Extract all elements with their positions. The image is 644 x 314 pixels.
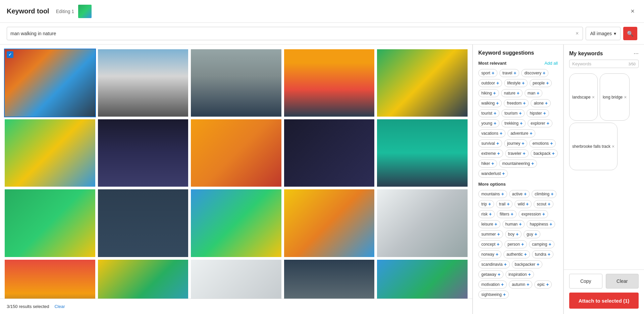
- image-cell[interactable]: [283, 119, 375, 187]
- keyword-tag[interactable]: alone+: [531, 99, 551, 107]
- image-cell[interactable]: [4, 259, 96, 299]
- search-button[interactable]: 🔍: [623, 27, 637, 40]
- close-button[interactable]: ×: [628, 6, 637, 16]
- image-cell[interactable]: [4, 49, 96, 117]
- keyword-tag[interactable]: summer+: [478, 230, 503, 238]
- keyword-tag[interactable]: climbing+: [532, 190, 556, 198]
- keyword-tag[interactable]: discovery+: [521, 69, 548, 77]
- image-cell[interactable]: [283, 189, 375, 257]
- keyword-tag[interactable]: norway+: [478, 250, 501, 258]
- remove-tag-icon[interactable]: ×: [592, 95, 595, 100]
- attach-button[interactable]: Attach to selected (1): [569, 293, 639, 309]
- clear-button[interactable]: Clear: [606, 274, 639, 289]
- image-cell[interactable]: [97, 189, 189, 257]
- keyword-tag[interactable]: getaway+: [478, 270, 503, 278]
- keyword-tag[interactable]: lifestyle+: [504, 79, 528, 87]
- keyword-tag[interactable]: emotions+: [529, 139, 556, 147]
- keyword-tag[interactable]: traveler+: [505, 149, 529, 158]
- keyword-tag[interactable]: scout+: [534, 200, 553, 208]
- image-cell[interactable]: [376, 119, 468, 187]
- image-cell[interactable]: [190, 49, 282, 117]
- image-cell[interactable]: [283, 49, 375, 117]
- remove-tag-icon[interactable]: ×: [624, 95, 627, 100]
- keyword-tag[interactable]: motivation+: [478, 280, 507, 289]
- selection-clear-button[interactable]: Clear: [54, 304, 65, 309]
- keyword-tag[interactable]: human+: [502, 220, 525, 228]
- keyword-tag[interactable]: hiking+: [478, 89, 499, 97]
- keyword-tag[interactable]: risk+: [478, 210, 495, 218]
- keyword-tag[interactable]: explorer+: [528, 119, 552, 127]
- keywords-panel-scroll[interactable]: Most relevant Add all sport+travel+disco…: [473, 59, 563, 314]
- keyword-tag[interactable]: sport+: [478, 69, 497, 77]
- add-tag-icon: +: [552, 151, 554, 156]
- keyword-tag[interactable]: scandinavia+: [478, 260, 510, 268]
- keyword-tag[interactable]: leisure+: [478, 220, 500, 228]
- keyword-tag[interactable]: boy+: [505, 230, 522, 238]
- image-cell[interactable]: [97, 49, 189, 117]
- keyword-tag[interactable]: outdoor+: [478, 79, 502, 87]
- copy-button[interactable]: Copy: [569, 274, 602, 289]
- keyword-tag[interactable]: survival+: [478, 139, 502, 147]
- image-cell[interactable]: [190, 259, 282, 299]
- keyword-tag[interactable]: wild+: [515, 200, 532, 208]
- search-clear-button[interactable]: ×: [575, 30, 579, 37]
- keyword-tag[interactable]: extreme+: [478, 149, 503, 158]
- keyword-tag[interactable]: sightseeing+: [478, 291, 509, 299]
- keyword-tag[interactable]: trekking+: [501, 119, 526, 127]
- keyword-tag[interactable]: camping+: [529, 240, 554, 248]
- image-cell[interactable]: [97, 259, 189, 299]
- add-all-button[interactable]: Add all: [544, 61, 558, 66]
- keyword-tag[interactable]: journey+: [504, 139, 528, 147]
- keyword-tag[interactable]: adventure+: [507, 129, 536, 137]
- image-cell[interactable]: [376, 189, 468, 257]
- image-cell[interactable]: [190, 119, 282, 187]
- keyword-tag[interactable]: people+: [530, 79, 552, 87]
- keyword-tag[interactable]: backpacker+: [512, 260, 543, 268]
- keyword-tag[interactable]: walking+: [478, 99, 502, 107]
- keyword-tag[interactable]: active+: [509, 190, 530, 198]
- image-cell[interactable]: [4, 189, 96, 257]
- keyword-tag[interactable]: nature+: [501, 89, 523, 97]
- keyword-tag[interactable]: hiker+: [478, 160, 497, 168]
- keywords-input-wrap[interactable]: Keywords 3/50: [569, 60, 639, 68]
- keyword-tag[interactable]: happiness+: [527, 220, 555, 228]
- image-cell[interactable]: [376, 259, 468, 299]
- keyword-tag[interactable]: vacations+: [478, 129, 505, 137]
- keyword-tag[interactable]: filters+: [497, 210, 517, 218]
- keyword-tag[interactable]: young+: [478, 119, 499, 127]
- image-cell[interactable]: [4, 119, 96, 187]
- keyword-tag[interactable]: tundra+: [532, 250, 553, 258]
- keyword-tag[interactable]: person+: [504, 240, 527, 248]
- filter-dropdown[interactable]: All images ▾: [586, 27, 621, 40]
- keyword-tag[interactable]: epic+: [534, 280, 552, 289]
- remove-tag-icon[interactable]: ×: [612, 144, 614, 149]
- keyword-tag[interactable]: wanderlust+: [478, 170, 508, 178]
- keyword-tag[interactable]: travel+: [499, 69, 520, 77]
- keyword-tag[interactable]: guy+: [524, 230, 540, 238]
- keyword-tag[interactable]: inspiration+: [505, 270, 534, 278]
- image-grid-scroll[interactable]: [0, 45, 472, 299]
- image-cell[interactable]: [97, 119, 189, 187]
- keyword-tag[interactable]: autumn+: [509, 280, 532, 289]
- keyword-tag[interactable]: freedom+: [504, 99, 529, 107]
- keyword-tag[interactable]: hipster+: [527, 109, 549, 117]
- more-options-button[interactable]: ···: [634, 50, 639, 57]
- keywords-suggestions-panel: Keyword suggestions Most relevant Add al…: [473, 45, 563, 314]
- search-input[interactable]: [10, 31, 575, 36]
- keyword-tag[interactable]: tourism+: [501, 109, 525, 117]
- keyword-tag[interactable]: tourist+: [478, 109, 499, 117]
- keyword-tag[interactable]: trail+: [496, 200, 513, 208]
- keyword-tag[interactable]: backpack+: [531, 149, 558, 158]
- keyword-tag[interactable]: mountaineering+: [499, 160, 537, 168]
- image-cell[interactable]: [190, 189, 282, 257]
- keyword-tag[interactable]: expression+: [519, 210, 548, 218]
- keyword-tag[interactable]: mountains+: [478, 190, 507, 198]
- keyword-tag[interactable]: trip+: [478, 200, 494, 208]
- keyword-tag[interactable]: man+: [525, 89, 543, 97]
- keyword-tag[interactable]: concept+: [478, 240, 502, 248]
- add-tag-icon: +: [496, 80, 499, 86]
- image-cell[interactable]: [376, 49, 468, 117]
- keyword-tag[interactable]: authentic+: [503, 250, 530, 258]
- image-cell[interactable]: [283, 259, 375, 299]
- add-tag-icon: +: [546, 282, 549, 287]
